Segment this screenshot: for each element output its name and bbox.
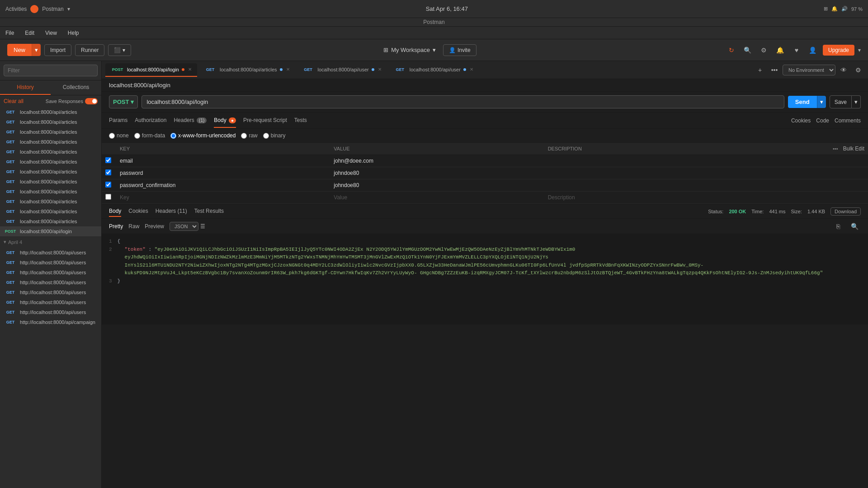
list-item[interactable]: GEThttp://localhost:8000/api/users [0, 297, 101, 307]
code-tab-preview[interactable]: Preview [145, 223, 164, 230]
download-button[interactable]: Download [830, 207, 861, 216]
row4-description[interactable] [547, 193, 754, 202]
tab-close-4[interactable]: ✕ [470, 67, 473, 72]
list-item-post-login[interactable]: POSTlocalhost:8000/api/login [0, 226, 101, 236]
radio-raw[interactable]: raw [241, 132, 257, 139]
tab-close-3[interactable]: ✕ [378, 67, 382, 72]
list-item[interactable]: GETlocalhost:8000/api/articles [0, 117, 101, 127]
send-dropdown-button[interactable]: ▾ [817, 96, 826, 108]
list-item[interactable]: GETlocalhost:8000/api/articles [0, 107, 101, 117]
tab-close-2[interactable]: ✕ [286, 67, 290, 72]
list-item[interactable]: GETlocalhost:8000/api/articles [0, 167, 101, 177]
settings-button[interactable]: ⚙ [758, 44, 770, 56]
heart-button[interactable]: ♥ [790, 44, 803, 56]
tab-authorization[interactable]: Authorization [135, 113, 166, 128]
list-item[interactable]: GETlocalhost:8000/api/articles [0, 147, 101, 157]
list-item[interactable]: GEThttp://localhost:8000/api/campaign [0, 317, 101, 327]
more-tabs-button[interactable]: ••• [768, 64, 781, 76]
format-icon[interactable]: ☰ [200, 223, 205, 230]
resp-tab-headers[interactable]: Headers (11) [156, 206, 187, 217]
row3-value[interactable] [333, 181, 539, 189]
resp-tab-test-results[interactable]: Test Results [194, 206, 224, 217]
row2-description[interactable] [547, 169, 754, 177]
filter-input[interactable] [4, 65, 98, 76]
list-item[interactable]: GETlocalhost:8000/api/articles [0, 137, 101, 147]
row2-checkbox[interactable] [105, 169, 111, 175]
url-input[interactable] [142, 95, 784, 108]
resp-tab-cookies[interactable]: Cookies [128, 206, 148, 217]
tab-headers[interactable]: Headers (1) [174, 113, 207, 128]
collapse-icon[interactable]: ▾ [4, 239, 6, 245]
menu-file[interactable]: File [4, 29, 16, 37]
search-button[interactable]: 🔍 [741, 44, 754, 56]
runner-button[interactable]: Runner [75, 44, 104, 56]
row1-value[interactable] [333, 157, 539, 165]
radio-none[interactable]: none [109, 132, 129, 139]
new-button[interactable]: New [7, 44, 32, 56]
list-item[interactable]: GEThttp://localhost:8000/api/users [0, 267, 101, 277]
save-responses-switch[interactable] [85, 98, 98, 104]
row2-value[interactable] [333, 169, 539, 177]
tab-close-1[interactable]: ✕ [188, 67, 192, 72]
code-tab-pretty[interactable]: Pretty [109, 223, 123, 230]
copy-button[interactable]: ⎘ [832, 220, 844, 233]
eye-button[interactable]: 👁 [837, 64, 850, 76]
sync-button[interactable]: ↻ [725, 44, 738, 56]
save-button[interactable]: Save [830, 95, 852, 108]
capture-button[interactable]: ⬛ ▾ [108, 44, 131, 56]
resp-tab-body[interactable]: Body [109, 206, 121, 217]
code-tab-raw[interactable]: Raw [128, 223, 139, 230]
search-response-button[interactable]: 🔍 [848, 220, 861, 233]
tab-params[interactable]: Params [109, 113, 127, 128]
new-dropdown-button[interactable]: ▾ [32, 44, 41, 56]
list-item[interactable]: GETlocalhost:8000/api/articles [0, 197, 101, 206]
req-tab-2[interactable]: GET localhost:8000/api/articles ✕ [198, 63, 295, 77]
menu-edit[interactable]: Edit [23, 29, 36, 37]
list-item[interactable]: GEThttp://localhost:8000/api/users [0, 258, 101, 267]
list-item[interactable]: GETlocalhost:8000/api/articles [0, 127, 101, 137]
profile-button[interactable]: 👤 [807, 44, 819, 56]
add-tab-button[interactable]: + [754, 64, 766, 76]
environment-select[interactable]: No Environment [783, 65, 835, 75]
list-item[interactable]: GETlocalhost:8000/api/articles [0, 157, 101, 167]
list-item[interactable]: GEThttp://localhost:8000/api/users [0, 277, 101, 287]
list-item[interactable]: GETlocalhost:8000/api/articles [0, 216, 101, 226]
row2-key[interactable] [119, 169, 326, 177]
send-button[interactable]: Send [788, 96, 817, 108]
tab-body[interactable]: Body ● [214, 113, 236, 128]
tab-tests[interactable]: Tests [294, 113, 307, 128]
row4-value[interactable] [333, 193, 539, 202]
import-button[interactable]: Import [44, 44, 71, 56]
menu-help[interactable]: Help [66, 29, 81, 37]
list-item[interactable]: GETlocalhost:8000/api/articles [0, 187, 101, 197]
tab-collections[interactable]: Collections [51, 80, 101, 95]
save-dropdown-button[interactable]: ▾ [852, 95, 861, 108]
method-select[interactable]: POST ▾ [109, 95, 138, 108]
radio-form-data[interactable]: form-data [134, 132, 165, 139]
row1-checkbox[interactable] [105, 157, 111, 163]
invite-button[interactable]: 👤 Invite [443, 44, 476, 56]
format-select[interactable]: JSON [170, 222, 198, 231]
menu-view[interactable]: View [43, 29, 59, 37]
window-controls[interactable]: ⊞ [824, 6, 828, 12]
comments-link[interactable]: Comments [835, 117, 861, 124]
tab-history[interactable]: History [0, 80, 51, 95]
row3-key[interactable] [119, 181, 326, 189]
bulk-edit-button[interactable]: Bulk Edit [843, 145, 864, 152]
row3-checkbox[interactable] [105, 182, 111, 188]
radio-urlencoded[interactable]: x-www-form-urlencoded [170, 132, 236, 139]
notification-button[interactable]: 🔔 [774, 44, 787, 56]
row1-description[interactable] [547, 157, 754, 165]
cookies-link[interactable]: Cookies [791, 117, 811, 124]
list-item[interactable]: GEThttp://localhost:8000/api/users [0, 307, 101, 317]
row4-key[interactable] [119, 193, 326, 202]
upgrade-dropdown[interactable]: ▾ [858, 47, 861, 53]
list-item[interactable]: GETlocalhost:8000/api/articles [0, 177, 101, 187]
clear-all-button[interactable]: Clear all [4, 98, 24, 104]
env-settings-button[interactable]: ⚙ [852, 64, 864, 76]
req-tab-3[interactable]: GET localhost:8000/api/user ✕ [296, 63, 387, 77]
row1-key[interactable] [119, 157, 326, 165]
tab-pre-request[interactable]: Pre-request Script [243, 113, 287, 128]
activities-label[interactable]: Activities [5, 6, 27, 12]
req-tab-4[interactable]: GET localhost:8000/api/user ✕ [388, 63, 479, 77]
